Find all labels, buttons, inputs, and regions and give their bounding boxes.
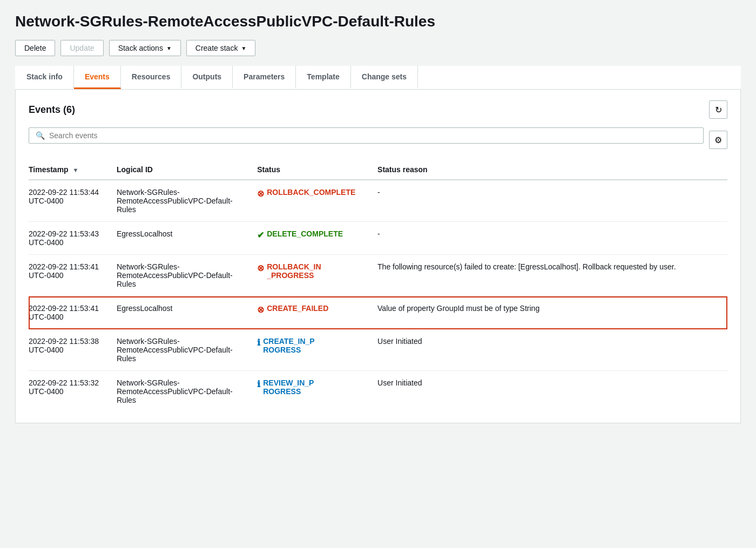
- cell-timestamp: 2022-09-22 11:53:43 UTC-0400: [29, 222, 117, 255]
- tab-parameters[interactable]: Parameters: [233, 66, 296, 89]
- cell-status: ⊗CREATE_FAILED: [257, 296, 377, 329]
- cell-timestamp: 2022-09-22 11:53:41 UTC-0400: [29, 255, 117, 296]
- settings-button[interactable]: ⚙: [709, 131, 727, 149]
- cell-logical-id: Network-SGRules- RemoteAccessPublicVPC-D…: [117, 329, 257, 371]
- status-icon: ⊗: [257, 263, 264, 273]
- tab-template[interactable]: Template: [296, 66, 350, 89]
- cell-timestamp: 2022-09-22 11:53:32 UTC-0400: [29, 371, 117, 412]
- cell-status-reason: The following resource(s) failed to crea…: [377, 255, 727, 296]
- sort-icon: ▼: [73, 167, 79, 173]
- tab-change-sets[interactable]: Change sets: [351, 66, 418, 89]
- status-label: ROLLBACK_COMPLETE: [267, 188, 355, 197]
- cell-status: ℹCREATE_IN_P ROGRESS: [257, 329, 377, 371]
- events-panel: Events (6) ↻ 🔍 ⚙ Timestamp ▼ Logical ID: [15, 90, 741, 423]
- panel-header: Events (6) ↻: [29, 100, 727, 119]
- refresh-button[interactable]: ↻: [709, 100, 727, 119]
- search-row: 🔍 ⚙: [29, 127, 727, 152]
- col-status-reason: Status reason: [377, 161, 727, 180]
- status-icon: ⊗: [257, 188, 264, 199]
- cell-timestamp: 2022-09-22 11:53:38 UTC-0400: [29, 329, 117, 371]
- cell-timestamp: 2022-09-22 11:53:41 UTC-0400: [29, 296, 117, 329]
- col-logical-id: Logical ID: [117, 161, 257, 180]
- create-stack-button[interactable]: Create stack ▼: [186, 40, 256, 56]
- cell-timestamp: 2022-09-22 11:53:44 UTC-0400: [29, 180, 117, 222]
- tabs-nav: Stack info Events Resources Outputs Para…: [15, 66, 741, 90]
- events-table: Timestamp ▼ Logical ID Status Status rea…: [29, 161, 727, 412]
- tab-outputs[interactable]: Outputs: [181, 66, 233, 89]
- cell-logical-id: EgressLocalhost: [117, 296, 257, 329]
- status-icon: ℹ: [257, 379, 260, 389]
- chevron-down-icon: ▼: [241, 45, 246, 51]
- status-icon: ℹ: [257, 337, 260, 348]
- cell-status: ✔DELETE_COMPLETE: [257, 222, 377, 255]
- col-timestamp: Timestamp ▼: [29, 161, 117, 180]
- tab-events[interactable]: Events: [74, 66, 121, 89]
- status-label: CREATE_FAILED: [267, 304, 328, 313]
- cell-logical-id: Network-SGRules- RemoteAccessPublicVPC-D…: [117, 255, 257, 296]
- update-button[interactable]: Update: [60, 40, 103, 56]
- cell-status-reason: User Initiated: [377, 371, 727, 412]
- search-input[interactable]: [49, 131, 697, 140]
- status-label: DELETE_COMPLETE: [267, 229, 343, 238]
- status-icon: ✔: [257, 230, 264, 240]
- table-row: 2022-09-22 11:53:41 UTC-0400Network-SGRu…: [29, 255, 727, 296]
- cell-status: ⊗ROLLBACK_IN _PROGRESS: [257, 255, 377, 296]
- status-label: REVIEW_IN_P ROGRESS: [263, 378, 314, 396]
- cell-status-reason: User Initiated: [377, 329, 727, 371]
- table-row: 2022-09-22 11:53:41 UTC-0400EgressLocalh…: [29, 296, 727, 329]
- cell-status-reason: -: [377, 180, 727, 222]
- stack-actions-button[interactable]: Stack actions ▼: [109, 40, 181, 56]
- page-title: Network-SGRules-RemoteAccessPublicVPC-De…: [15, 13, 741, 30]
- chevron-down-icon: ▼: [166, 45, 172, 51]
- toolbar: Delete Update Stack actions ▼ Create sta…: [15, 40, 741, 56]
- tab-resources[interactable]: Resources: [121, 66, 182, 89]
- search-bar: 🔍: [29, 127, 704, 144]
- cell-status: ℹREVIEW_IN_P ROGRESS: [257, 371, 377, 412]
- table-row: 2022-09-22 11:53:44 UTC-0400Network-SGRu…: [29, 180, 727, 222]
- status-icon: ⊗: [257, 305, 264, 315]
- col-status: Status: [257, 161, 377, 180]
- table-row: 2022-09-22 11:53:38 UTC-0400Network-SGRu…: [29, 329, 727, 371]
- status-label: CREATE_IN_P ROGRESS: [263, 337, 314, 354]
- search-icon: 🔍: [36, 131, 45, 140]
- table-row: 2022-09-22 11:53:43 UTC-0400EgressLocalh…: [29, 222, 727, 255]
- tab-stack-info[interactable]: Stack info: [15, 66, 74, 89]
- cell-status-reason: Value of property GroupId must be of typ…: [377, 296, 727, 329]
- delete-button[interactable]: Delete: [15, 40, 55, 56]
- cell-logical-id: EgressLocalhost: [117, 222, 257, 255]
- cell-status-reason: -: [377, 222, 727, 255]
- table-row: 2022-09-22 11:53:32 UTC-0400Network-SGRu…: [29, 371, 727, 412]
- table-header-row: Timestamp ▼ Logical ID Status Status rea…: [29, 161, 727, 180]
- status-label: ROLLBACK_IN _PROGRESS: [267, 262, 321, 280]
- cell-logical-id: Network-SGRules- RemoteAccessPublicVPC-D…: [117, 371, 257, 412]
- panel-title: Events (6): [29, 104, 75, 116]
- cell-status: ⊗ROLLBACK_COMPLETE: [257, 180, 377, 222]
- cell-logical-id: Network-SGRules- RemoteAccessPublicVPC-D…: [117, 180, 257, 222]
